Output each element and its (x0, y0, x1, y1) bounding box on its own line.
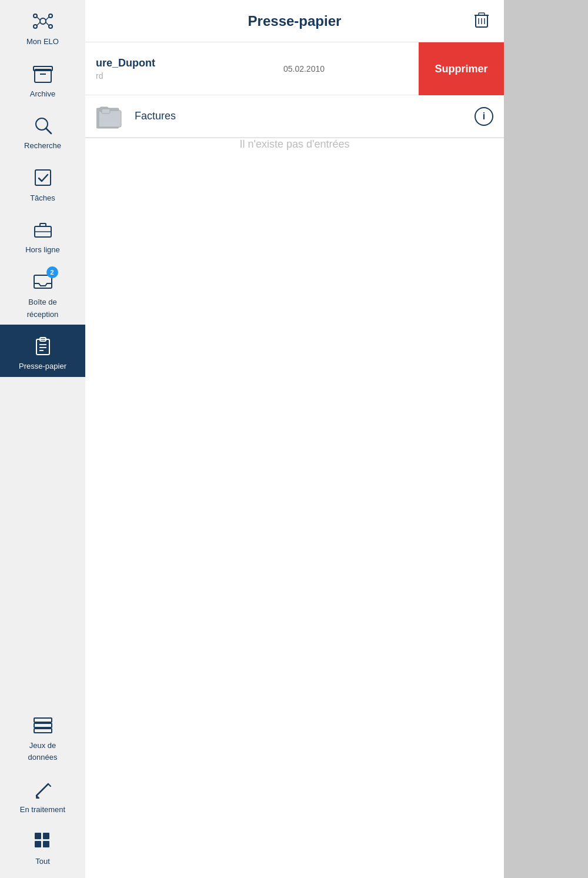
svg-line-5 (37, 17, 40, 20)
sidebar-label-en-traitement: En traitement (20, 805, 65, 814)
sidebar-label-boite-reception2: réception (27, 310, 58, 319)
pencil-icon (30, 776, 56, 802)
sidebar-item-en-traitement[interactable]: En traitement (0, 768, 85, 820)
svg-point-4 (49, 25, 52, 28)
sidebar-label-mon-elo: Mon ELO (26, 37, 59, 46)
svg-line-8 (46, 22, 49, 25)
folder-row[interactable]: Factures i (85, 95, 504, 138)
sidebar-label-jeux1: Jeux de (29, 741, 56, 750)
svg-point-0 (40, 18, 46, 24)
empty-state: Il n'existe pas d'entrées (85, 138, 504, 151)
svg-rect-29 (35, 833, 41, 839)
list-item-row: ure_Dupont rd 05.02.2010 Supprimer (85, 42, 504, 95)
sidebar-item-mon-elo[interactable]: Mon ELO (0, 0, 85, 52)
empty-message: Il n'existe pas d'entrées (240, 138, 350, 151)
right-panel (504, 0, 588, 878)
svg-line-27 (48, 784, 51, 786)
svg-point-1 (34, 14, 37, 18)
sidebar-label-tout: Tout (35, 857, 50, 866)
sidebar-label-archive: Archive (30, 89, 55, 99)
sidebar-label-boite-reception1: Boîte de (28, 298, 56, 307)
clipboard-icon (30, 333, 56, 359)
sidebar-item-tout[interactable]: Tout (0, 820, 85, 872)
sidebar-item-presse-papier[interactable]: Presse-papier (0, 325, 85, 377)
delete-button[interactable]: Supprimer (419, 42, 504, 95)
svg-line-13 (46, 128, 51, 133)
folder-label: Factures (135, 110, 475, 122)
sidebar-label-hors-ligne: Hors ligne (25, 245, 60, 255)
grid-icon (30, 828, 56, 854)
list-item-date: 05.02.2010 (283, 64, 325, 74)
sidebar-label-taches: Tâches (30, 193, 55, 203)
sidebar-item-recherche[interactable]: Recherche (0, 104, 85, 156)
svg-rect-30 (43, 833, 49, 839)
info-letter: i (483, 111, 485, 122)
page-title: Presse-papier (248, 13, 342, 29)
svg-point-3 (34, 25, 37, 28)
main-content: Presse-papier ure_Dupont rd 05.02.2010 S… (85, 0, 504, 878)
svg-rect-32 (43, 841, 49, 847)
briefcase-icon (30, 216, 56, 242)
svg-line-26 (36, 784, 48, 796)
svg-rect-31 (35, 841, 41, 847)
sidebar: Mon ELO Archive Recherche (0, 0, 85, 878)
sidebar-label-jeux2: données (28, 753, 58, 762)
svg-rect-24 (34, 723, 52, 727)
archive-icon (30, 61, 56, 86)
inbox-icon: 2 (30, 269, 56, 295)
svg-rect-41 (102, 109, 110, 113)
list-area: ure_Dupont rd 05.02.2010 Supprimer Factu (85, 42, 504, 878)
inbox-badge: 2 (46, 266, 58, 278)
mon-elo-icon (30, 8, 56, 34)
list-item-content[interactable]: ure_Dupont rd 05.02.2010 (85, 42, 419, 95)
svg-rect-9 (35, 69, 51, 82)
check-icon (30, 165, 56, 191)
svg-rect-14 (35, 170, 51, 185)
sidebar-item-hors-ligne[interactable]: Hors ligne (0, 208, 85, 261)
sidebar-label-presse-papier: Presse-papier (19, 362, 66, 371)
list-item-name: ure_Dupont (96, 57, 408, 69)
sidebar-bottom: Jeux de données En traitement (0, 704, 85, 878)
svg-rect-25 (34, 729, 52, 733)
list-item-sub: rd (96, 71, 408, 81)
sidebar-item-boite-reception[interactable]: 2 Boîte de réception (0, 261, 85, 325)
svg-rect-23 (34, 718, 52, 722)
svg-line-6 (46, 17, 49, 20)
sidebar-item-archive[interactable]: Archive (0, 52, 85, 105)
search-icon (30, 112, 56, 138)
svg-line-7 (37, 22, 40, 25)
header: Presse-papier (85, 0, 504, 42)
list-icon (30, 712, 56, 738)
sidebar-label-recherche: Recherche (24, 141, 61, 151)
svg-point-2 (49, 14, 52, 18)
sidebar-item-taches[interactable]: Tâches (0, 156, 85, 209)
info-button[interactable]: i (475, 107, 493, 126)
sidebar-item-jeux-donnees[interactable]: Jeux de données (0, 704, 85, 768)
trash-button[interactable] (471, 9, 492, 33)
folder-icon (96, 101, 126, 132)
